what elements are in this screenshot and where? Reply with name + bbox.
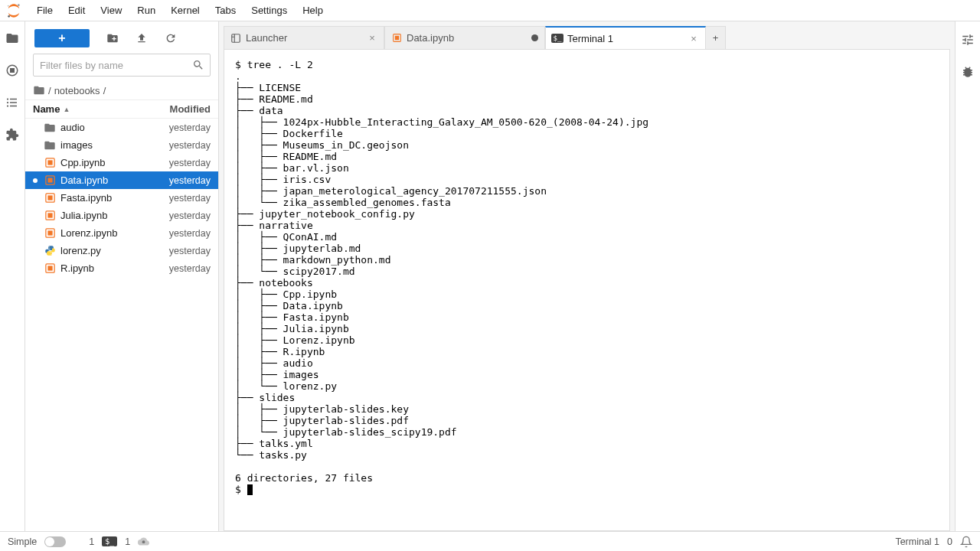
status-count-2[interactable]: 1 bbox=[125, 536, 130, 547]
property-inspector-icon[interactable] bbox=[960, 32, 975, 47]
svg-point-9 bbox=[7, 105, 8, 106]
new-folder-icon[interactable] bbox=[106, 32, 119, 44]
tab-launcher[interactable]: Launcher× bbox=[224, 26, 384, 49]
file-row[interactable]: audioyesterday bbox=[25, 119, 218, 136]
file-modified: yesterday bbox=[169, 193, 211, 204]
file-modified: yesterday bbox=[169, 228, 211, 239]
notebook-icon bbox=[44, 157, 56, 169]
file-list: audioyesterdayimagesyesterdayCpp.ipynbye… bbox=[25, 119, 218, 531]
name-column[interactable]: Name ▲ bbox=[33, 103, 170, 115]
status-terminal-label[interactable]: Terminal 1 bbox=[895, 536, 939, 547]
file-list-header: Name ▲ Modified bbox=[25, 99, 218, 119]
tab-label: Launcher bbox=[246, 32, 287, 44]
svg-rect-4 bbox=[11, 69, 15, 73]
file-name: Data.ipynb bbox=[60, 174, 165, 186]
terminal-icon: $_ bbox=[552, 33, 563, 44]
svg-point-7 bbox=[7, 102, 8, 103]
filebrowser-icon[interactable] bbox=[5, 31, 20, 46]
status-right-count[interactable]: 0 bbox=[947, 536, 952, 547]
notebook-icon bbox=[44, 227, 56, 240]
menu-tabs[interactable]: Tabs bbox=[207, 2, 243, 19]
terminal-cursor bbox=[247, 484, 253, 495]
menu-kernel[interactable]: Kernel bbox=[163, 2, 207, 19]
menu-settings[interactable]: Settings bbox=[243, 2, 295, 19]
folder-icon bbox=[44, 122, 56, 134]
file-row[interactable]: Fasta.ipynbyesterday bbox=[25, 189, 218, 207]
file-row[interactable]: Julia.ipynbyesterday bbox=[25, 207, 218, 224]
tab-bar: Launcher×Data.ipynb$_Terminal 1×+ bbox=[224, 26, 950, 49]
file-modified: yesterday bbox=[169, 158, 211, 168]
file-modified: yesterday bbox=[169, 246, 211, 256]
modified-column[interactable]: Modified bbox=[170, 103, 211, 115]
terminal-output[interactable]: $ tree . -L 2 . ├── LICENSE ├── README.m… bbox=[224, 49, 950, 531]
file-row[interactable]: imagesyesterday bbox=[25, 136, 218, 154]
menu-view[interactable]: View bbox=[93, 2, 129, 19]
terminal-status-icon[interactable]: $_ bbox=[102, 536, 117, 546]
file-modified: yesterday bbox=[169, 175, 211, 186]
file-name: Julia.ipynb bbox=[60, 210, 165, 221]
file-browser: + / notebooks / Name ▲ Modified audioyes… bbox=[25, 21, 219, 531]
file-row[interactable]: Cpp.ipynbyesterday bbox=[25, 154, 218, 171]
file-name: Fasta.ipynb bbox=[60, 192, 165, 204]
file-row[interactable]: R.ipynbyesterday bbox=[25, 259, 218, 277]
svg-rect-27 bbox=[394, 36, 398, 40]
file-name: audio bbox=[60, 122, 165, 133]
jupyter-logo bbox=[6, 3, 21, 18]
sort-asc-icon: ▲ bbox=[63, 106, 70, 113]
tab-terminal-1[interactable]: $_Terminal 1× bbox=[545, 26, 706, 49]
menubar: FileEditViewRunKernelTabsSettingsHelp bbox=[0, 0, 980, 21]
tab-label: Data.ipynb bbox=[407, 32, 454, 44]
close-tab-icon[interactable]: × bbox=[688, 33, 699, 44]
simple-label: Simple bbox=[8, 536, 37, 547]
upload-icon[interactable] bbox=[136, 32, 148, 44]
left-activity-bar bbox=[0, 21, 25, 531]
file-modified: yesterday bbox=[169, 210, 211, 221]
file-name: R.ipynb bbox=[60, 262, 165, 274]
svg-point-0 bbox=[18, 4, 20, 6]
file-row[interactable]: Lorenz.ipynbyesterday bbox=[25, 224, 218, 242]
notebook-icon bbox=[44, 210, 56, 222]
svg-rect-10 bbox=[10, 106, 17, 107]
svg-point-2 bbox=[8, 5, 9, 6]
new-launcher-button[interactable]: + bbox=[34, 29, 90, 47]
simple-toggle[interactable] bbox=[44, 536, 66, 547]
launcher-icon bbox=[230, 33, 241, 44]
right-activity-bar bbox=[955, 21, 980, 531]
running-dot-icon bbox=[33, 178, 38, 183]
file-row[interactable]: lorenz.pyyesterday bbox=[25, 242, 218, 259]
svg-rect-12 bbox=[47, 160, 52, 165]
svg-point-1 bbox=[8, 15, 10, 17]
filter-files-input[interactable] bbox=[33, 54, 211, 77]
breadcrumb: / notebooks / bbox=[25, 81, 218, 99]
crumb-folder[interactable]: notebooks bbox=[54, 85, 100, 96]
svg-point-5 bbox=[7, 98, 8, 99]
notebook-icon bbox=[391, 33, 402, 44]
crumb-root[interactable]: / bbox=[48, 85, 51, 96]
svg-rect-18 bbox=[47, 213, 52, 217]
file-row[interactable]: Data.ipynbyesterday bbox=[25, 171, 218, 189]
file-modified: yesterday bbox=[169, 263, 211, 274]
add-tab-button[interactable]: + bbox=[706, 26, 726, 49]
tab-data-ipynb[interactable]: Data.ipynb bbox=[384, 26, 545, 49]
file-name: lorenz.py bbox=[60, 245, 165, 256]
folder-icon[interactable] bbox=[33, 84, 45, 96]
dirty-indicator-icon bbox=[531, 34, 538, 41]
menu-file[interactable]: File bbox=[29, 2, 60, 19]
toc-icon[interactable] bbox=[5, 95, 20, 110]
bell-icon[interactable] bbox=[960, 536, 972, 548]
notebook-icon bbox=[44, 192, 56, 204]
refresh-icon[interactable] bbox=[165, 32, 177, 44]
extensions-icon[interactable] bbox=[5, 127, 20, 142]
debugger-icon[interactable] bbox=[960, 64, 975, 80]
menu-edit[interactable]: Edit bbox=[60, 2, 93, 19]
search-icon bbox=[192, 59, 204, 71]
menu-run[interactable]: Run bbox=[129, 2, 163, 19]
svg-rect-6 bbox=[10, 99, 17, 100]
menu-help[interactable]: Help bbox=[295, 2, 331, 19]
running-icon[interactable] bbox=[5, 63, 20, 78]
kernel-status-icon[interactable] bbox=[138, 536, 149, 547]
close-tab-icon[interactable]: × bbox=[367, 32, 377, 44]
main-area: Launcher×Data.ipynb$_Terminal 1×+ $ tree… bbox=[219, 21, 955, 531]
svg-point-28 bbox=[142, 540, 145, 543]
status-count-1[interactable]: 1 bbox=[89, 536, 94, 547]
